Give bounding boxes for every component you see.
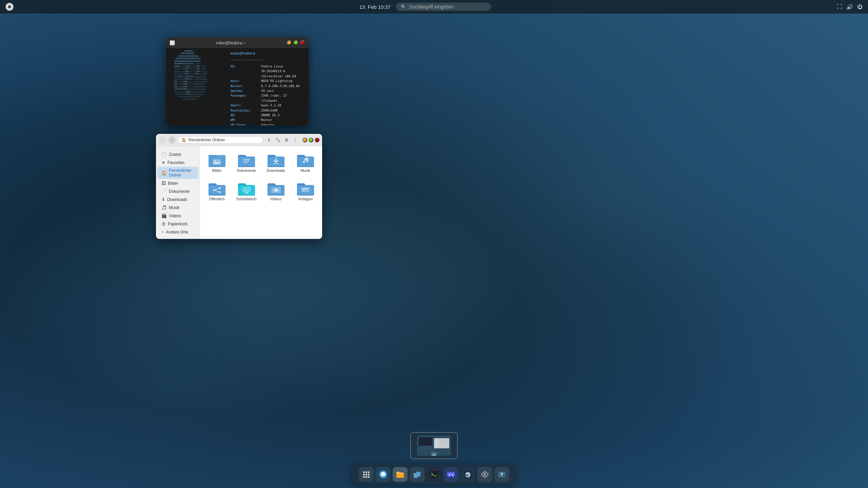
- taskbar-fedora[interactable]: [376, 467, 391, 482]
- overview-thumbnail[interactable]: [410, 432, 458, 459]
- svg-rect-10: [273, 163, 279, 164]
- menu-button[interactable]: ⋮: [292, 136, 299, 144]
- terminal-body: _,MMMMMM, ,MMMMMMMMMM, ,MMMMMMMMMMMMMMb,…: [166, 48, 309, 125]
- taskbar-app-grid[interactable]: [359, 467, 374, 482]
- terminal-close-button[interactable]: ×: [300, 40, 305, 45]
- folder-vorlagen-icon: [297, 181, 314, 196]
- record-button[interactable]: [5, 3, 14, 11]
- svg-rect-7: [243, 161, 250, 161]
- folder-schreibtisch-label: Schreibtisch: [236, 197, 257, 201]
- sidebar-item-videos[interactable]: 🎬 Videos: [157, 212, 198, 220]
- search-input[interactable]: [409, 4, 486, 9]
- fm-minimize-button[interactable]: −: [302, 138, 307, 142]
- terminal-title: mike@fedora:~: [178, 40, 284, 45]
- sidebar-item-downloads[interactable]: ⬇ Downloads: [157, 196, 198, 203]
- sidebar-item-andere-orte[interactable]: + Andere Orte: [157, 228, 198, 236]
- folder-oeffentlich-label: Öffentlich: [209, 197, 224, 201]
- location-bar[interactable]: 🏠 Persönlicher Ordner: [178, 136, 263, 144]
- topbar: 13. Feb 10:37 🔍 ⛶ 🔊 ⏻: [0, 0, 868, 14]
- terminal-maximize-button[interactable]: □: [294, 40, 298, 45]
- volume-icon[interactable]: 🔊: [846, 4, 853, 10]
- taskbar-discord[interactable]: [443, 467, 458, 482]
- folder-downloads-icon: [267, 152, 285, 167]
- svg-rect-40: [368, 471, 370, 473]
- folder-musik-label: Musik: [300, 168, 310, 172]
- sidebar-item-bilder[interactable]: 🖼 Bilder: [157, 179, 198, 187]
- filemanager-window: ‹ › 🏠 Persönlicher Ordner ℹ 🔍 ⊞ ⋮ − □ × …: [156, 134, 322, 239]
- svg-rect-51: [430, 471, 438, 478]
- folder-dokumente-icon: [238, 152, 255, 167]
- search-bar[interactable]: 🔍: [396, 3, 491, 11]
- nav-forward-button[interactable]: ›: [168, 136, 176, 144]
- sidebar-label-personal: Persönlicher Ordner: [169, 168, 194, 178]
- network-icon[interactable]: ⛶: [837, 4, 842, 10]
- info-button[interactable]: ℹ: [265, 136, 273, 144]
- sidebar-item-personal[interactable]: 🏠 Persönlicher Ordner: [157, 167, 198, 179]
- terminal-ascii-art: _,MMMMMM, ,MMMMMMMMMM, ,MMMMMMMMMMMMMMb,…: [166, 48, 227, 125]
- power-icon[interactable]: ⏻: [857, 4, 863, 10]
- svg-point-18: [219, 187, 221, 189]
- view-button[interactable]: ⊞: [283, 136, 290, 144]
- svg-rect-23: [242, 187, 251, 192]
- svg-rect-34: [419, 437, 432, 446]
- fm-maximize-button[interactable]: □: [309, 138, 313, 142]
- svg-rect-32: [302, 191, 305, 191]
- svg-rect-31: [302, 189, 307, 190]
- sidebar-label-andere-orte: Andere Orte: [166, 230, 188, 235]
- filemanager-titlebar: ‹ › 🏠 Persönlicher Ordner ℹ 🔍 ⊞ ⋮ − □ ×: [156, 134, 322, 146]
- taskbar-settings[interactable]: [477, 467, 492, 482]
- filemanager-body: 🕐 Zuletzt ★ Favoriten 🏠 Persönlicher Ord…: [156, 146, 322, 239]
- svg-rect-50: [416, 472, 420, 476]
- taskbar-terminal[interactable]: [427, 467, 441, 482]
- folder-dokumente[interactable]: Dokumente: [233, 149, 260, 175]
- sidebar-label-dokumente: Dokumente: [169, 189, 190, 194]
- folder-videos-icon: [267, 181, 285, 196]
- recent-icon: 🕐: [161, 152, 167, 157]
- terminal-username: mike@fedora: [231, 51, 305, 57]
- sidebar-item-papierkorb[interactable]: 🗑 Papierkorb: [157, 220, 198, 228]
- folder-downloads[interactable]: Downloads: [262, 149, 289, 175]
- svg-point-17: [213, 189, 215, 191]
- titlebar-actions: ℹ 🔍 ⊞ ⋮: [265, 136, 299, 144]
- datetime-display: 13. Feb 10:37: [359, 4, 391, 10]
- topbar-right: ⛶ 🔊 ⏻: [837, 4, 863, 10]
- folder-oeffentlich[interactable]: Öffentlich: [203, 178, 230, 204]
- terminal-minimize-button[interactable]: −: [287, 40, 292, 45]
- downloads-icon: ⬇: [161, 197, 165, 202]
- folder-musik-icon: [297, 152, 314, 167]
- taskbar-steam[interactable]: [460, 467, 475, 482]
- desktop-background: [0, 0, 868, 488]
- window-buttons: − □ ×: [302, 138, 319, 142]
- nav-back-button[interactable]: ‹: [159, 136, 166, 144]
- folder-bilder-icon: [208, 152, 226, 167]
- search-button[interactable]: 🔍: [274, 136, 281, 144]
- folder-videos[interactable]: Videos: [262, 178, 289, 204]
- terminal-sysinfo: mike@fedora ────────────────── OS:Fedora…: [227, 48, 309, 125]
- sidebar-label-zuletzt: Zuletzt: [169, 152, 181, 157]
- sidebar-item-musik[interactable]: 🎵 Musik: [157, 204, 198, 211]
- svg-rect-25: [244, 193, 249, 194]
- fm-close-button[interactable]: ×: [315, 138, 319, 142]
- folder-videos-label: Videos: [270, 197, 281, 201]
- taskbar-backups[interactable]: [494, 467, 509, 482]
- svg-rect-41: [363, 474, 365, 475]
- sidebar-item-favoriten[interactable]: ★ Favoriten: [157, 159, 198, 166]
- terminal-titlebar: ⬜ mike@fedora:~ − □ ×: [166, 37, 309, 48]
- home-icon: 🏠: [161, 170, 167, 176]
- svg-point-56: [484, 473, 486, 476]
- folder-schreibtisch[interactable]: Schreibtisch: [233, 178, 260, 204]
- folder-musik[interactable]: Musik: [292, 149, 319, 175]
- taskbar-boxes[interactable]: [410, 467, 425, 482]
- sidebar-item-dokumente[interactable]: 📄 Dokumente: [157, 187, 198, 195]
- svg-rect-45: [366, 476, 367, 478]
- sidebar-label-downloads: Downloads: [167, 197, 187, 202]
- folder-bilder[interactable]: Bilder: [203, 149, 230, 175]
- svg-point-12: [303, 161, 305, 163]
- taskbar-files[interactable]: [393, 467, 408, 482]
- folder-vorlagen[interactable]: Vorlagen: [292, 178, 319, 204]
- terminal-icon: ⬜: [170, 40, 175, 45]
- folder-schreibtisch-icon: [238, 181, 255, 196]
- trash-icon: 🗑: [161, 221, 166, 226]
- svg-rect-38: [363, 471, 365, 473]
- sidebar-item-zuletzt[interactable]: 🕐 Zuletzt: [157, 150, 198, 158]
